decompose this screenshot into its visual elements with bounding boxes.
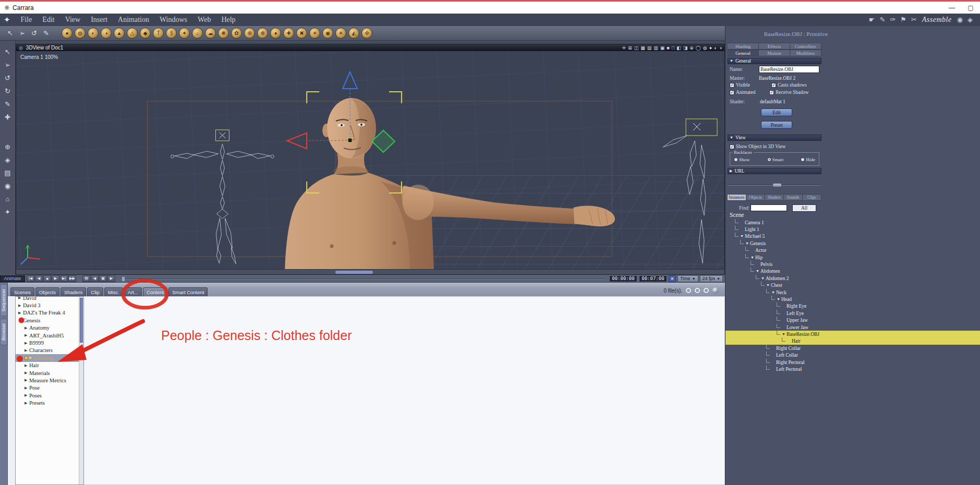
expand-arrow-icon[interactable]: ▼ — [740, 234, 745, 238]
radio-icon[interactable] — [734, 157, 738, 162]
checkbox-icon[interactable]: ✓ — [769, 90, 774, 95]
insert-object-icon[interactable]: ♦ — [270, 28, 281, 39]
property-tab[interactable]: Controllers — [790, 43, 821, 50]
folder-tree-item[interactable]: ▶ Poses — [16, 392, 83, 399]
scene-tree-item[interactable]: ▼ Neck — [725, 289, 980, 296]
timeline-option-button[interactable]: ▣ — [99, 275, 107, 282]
scene-tree-item[interactable]: Pelvis — [725, 261, 980, 268]
transport-button[interactable]: ■ — [43, 275, 51, 282]
checkbox-icon[interactable]: ✓ — [730, 83, 734, 88]
scene-tree-item[interactable]: ▼ Genesis — [725, 240, 980, 247]
expand-arrow-icon[interactable]: ▶ — [18, 296, 23, 300]
folder-tree-item[interactable]: ▶ Pose — [16, 384, 83, 392]
checkbox-icon[interactable]: ✓ — [771, 83, 776, 88]
transport-button[interactable]: |◀ — [27, 275, 34, 282]
insert-object-icon[interactable]: ◐ — [88, 28, 99, 39]
folder-tree-item[interactable]: ▶ DAZ's The Freak 4 — [16, 309, 83, 317]
expand-arrow-icon[interactable]: ▶ — [25, 386, 29, 390]
transport-button[interactable]: ▶ — [52, 275, 59, 282]
slider-thumb[interactable] — [772, 183, 782, 187]
insert-object-icon[interactable]: ▲ — [114, 28, 125, 39]
view-control-icon[interactable]: ▤ — [647, 45, 652, 51]
current-time-field[interactable]: 00:00:00 — [609, 275, 637, 282]
browser-tab[interactable]: Clip — [87, 287, 103, 296]
browser-tab[interactable]: Content — [143, 287, 167, 296]
viewport-tool-icon[interactable]: ◉ — [5, 182, 10, 190]
viewport-tool-icon[interactable]: ✚ — [5, 113, 10, 121]
expand-arrow-icon[interactable]: ▶ — [25, 333, 29, 337]
menu-item[interactable]: Web — [192, 15, 216, 25]
receive-shadow-checkbox[interactable]: ✓Receive Shadow — [769, 90, 809, 95]
insert-object-icon[interactable]: ◉ — [322, 28, 333, 39]
transport-button[interactable]: ▶▶ — [68, 275, 76, 282]
insert-object-icon[interactable]: ✳ — [335, 28, 346, 39]
expand-arrow-icon[interactable]: ▶ — [25, 393, 29, 397]
folder-tree-item[interactable]: ▶ David — [16, 296, 83, 301]
folder-tree-item[interactable]: ▶ Characters — [16, 347, 83, 354]
viewport-tool-icon[interactable]: ▤ — [4, 169, 10, 177]
view-control-icon[interactable]: ◫ — [634, 45, 639, 51]
fps-dropdown[interactable]: 24 fps▼ — [700, 275, 723, 282]
tree-scrollbar[interactable] — [79, 297, 83, 484]
scene-tree-item[interactable]: Right Eye — [725, 303, 980, 310]
folder-tree-item[interactable]: ▶ Anatomy — [16, 324, 83, 332]
property-tab[interactable]: Shading — [728, 43, 759, 50]
hscroll-thumb[interactable] — [335, 271, 373, 274]
view-control-icon[interactable]: ◯ — [696, 45, 701, 51]
view-control-icon[interactable]: ⊞ — [628, 45, 632, 51]
insert-object-icon[interactable]: ⊗ — [257, 28, 268, 39]
view-option-icon[interactable]: ◈ — [967, 16, 973, 24]
insert-object-icon[interactable]: △ — [127, 28, 138, 39]
menu-item[interactable]: View — [60, 15, 86, 25]
minimize-button[interactable]: — — [942, 2, 961, 14]
expand-arrow-icon[interactable]: ▶ — [25, 363, 29, 368]
view-control-icon[interactable]: ◧ — [676, 45, 681, 51]
viewport-tool-icon[interactable]: ✦ — [5, 208, 10, 216]
viewport-tool-icon[interactable]: ↖ — [5, 48, 10, 56]
folder-tree-item[interactable]: ▶ Measure Metrics — [16, 377, 83, 384]
browser-tab[interactable]: Shaders — [61, 287, 86, 296]
expand-arrow-icon[interactable]: ▼ — [782, 332, 787, 336]
content-file-area[interactable] — [84, 296, 725, 485]
menu-item[interactable]: Windows — [154, 15, 192, 25]
name-input[interactable] — [759, 66, 819, 73]
scene-tree-item[interactable]: ▼ Abdomen 2 — [725, 275, 980, 282]
expand-arrow-icon[interactable]: ▶ — [25, 401, 29, 405]
viewport-tool-icon[interactable]: ↻ — [5, 87, 10, 95]
insert-object-icon[interactable]: T — [153, 28, 164, 39]
mode-tool-icon[interactable]: ⚑ — [900, 16, 906, 24]
viewport-tool-icon[interactable]: ↺ — [5, 74, 10, 82]
preset-button[interactable]: Preset — [761, 121, 792, 129]
expand-arrow-icon[interactable]: ▶ — [29, 356, 34, 360]
scene-tree-item[interactable]: ▼ Head — [725, 296, 980, 302]
view-control-icon[interactable]: ▣ — [660, 45, 665, 51]
radio-icon[interactable] — [767, 157, 771, 162]
list-tab[interactable]: Clips — [803, 194, 821, 201]
list-tab[interactable]: Shaders — [765, 194, 784, 201]
backfaces-smart-radio[interactable]: Smart — [767, 157, 784, 162]
viewport-tool-icon[interactable]: ➢ — [5, 61, 10, 69]
insert-object-icon[interactable]: ⊕ — [244, 28, 255, 39]
menu-item[interactable]: Help — [216, 15, 240, 25]
expand-arrow-icon[interactable]: ▶ — [25, 326, 29, 330]
viewport-canvas[interactable]: Camera 1 100% — [16, 51, 724, 269]
view-control-icon[interactable]: ✛ — [622, 45, 626, 51]
list-tab[interactable]: Instances — [728, 194, 746, 201]
scene-tree-item[interactable]: Hair — [725, 338, 980, 345]
radio-icon[interactable] — [801, 157, 805, 162]
view-option-icon[interactable]: ◉ — [957, 16, 963, 24]
mode-tool-icon[interactable]: ✑ — [890, 16, 896, 24]
gizmo-center[interactable] — [348, 138, 352, 142]
view-control-icon[interactable]: ⊕ — [689, 45, 694, 51]
insert-object-icon[interactable]: ✖ — [296, 28, 307, 39]
insert-object-icon[interactable]: ✦ — [179, 28, 190, 39]
insert-object-icon[interactable]: ✿ — [231, 28, 242, 39]
timeline-option-button[interactable]: ◀ — [91, 275, 99, 282]
insert-object-icon[interactable]: ✣ — [361, 28, 372, 39]
backfaces-hide-radio[interactable]: Hide — [801, 157, 815, 162]
general-section-header[interactable]: ▼ General — [728, 58, 821, 64]
expand-arrow-icon[interactable]: ▼ — [761, 276, 766, 281]
mode-tool-icon[interactable]: ✂ — [911, 16, 917, 24]
view-control-icon[interactable]: ■ — [667, 45, 669, 51]
insert-object-icon[interactable]: ◍ — [75, 28, 86, 39]
